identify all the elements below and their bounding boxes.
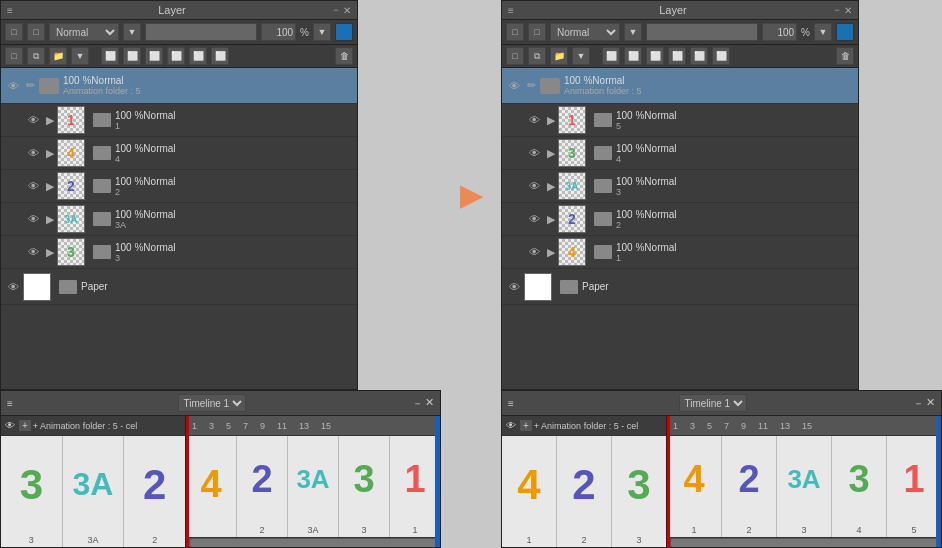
tool2-btn[interactable]: ⬜ — [123, 47, 141, 65]
right-layer-item-2[interactable]: 👁 ▶ 2 100 %Normal 2 — [502, 203, 858, 236]
lock-all-btn[interactable]: □ — [5, 23, 23, 41]
left-layer-item-2[interactable]: 👁 ▶ 2 100 %Normal 2 — [1, 170, 357, 203]
r-blend-mode-select[interactable]: Normal — [550, 23, 620, 41]
left-layer-item-3a[interactable]: 👁 ▶ 3A 100 %Normal 3A — [1, 203, 357, 236]
right-tl-plus[interactable]: + — [520, 420, 532, 431]
right-tl-close[interactable]: ✕ — [926, 396, 935, 411]
chevron-2[interactable]: ▶ — [43, 180, 57, 193]
right-panel-window-controls[interactable]: － ✕ — [832, 3, 852, 17]
view-btn[interactable]: □ — [27, 23, 45, 41]
left-paper-row[interactable]: 👁 Paper — [1, 269, 357, 305]
r-chevron-4y[interactable]: ▶ — [544, 246, 558, 259]
left-tl-eye[interactable]: 👁 — [5, 420, 15, 431]
left-scrollbar[interactable] — [186, 537, 440, 547]
eye-icon-3a[interactable]: 👁 — [25, 211, 41, 227]
r-chevron-3a[interactable]: ▶ — [544, 180, 558, 193]
right-tl-eye[interactable]: 👁 — [506, 420, 516, 431]
chevron-3[interactable]: ▶ — [43, 246, 57, 259]
close-icon[interactable]: ✕ — [343, 5, 351, 16]
right-tl-controls[interactable]: － ✕ — [913, 396, 935, 411]
eye-icon-1[interactable]: 👁 — [25, 112, 41, 128]
pencil-icon[interactable]: ✏ — [23, 79, 37, 93]
left-tl-min[interactable]: － — [412, 396, 423, 411]
chevron-1[interactable]: ▶ — [43, 114, 57, 127]
r-tool6-btn[interactable]: ⬜ — [712, 47, 730, 65]
r-tool1-btn[interactable]: ⬜ — [602, 47, 620, 65]
r-eye-4y[interactable]: 👁 — [526, 244, 542, 260]
r-tool4-btn[interactable]: ⬜ — [668, 47, 686, 65]
r-tool2-btn[interactable]: ⬜ — [624, 47, 642, 65]
r-eye-icon-folder[interactable]: 👁 — [506, 78, 522, 94]
mode-arrow[interactable]: ▼ — [123, 23, 141, 41]
r-tool3-btn[interactable]: ⬜ — [646, 47, 664, 65]
left-layer-item-1[interactable]: 👁 ▶ 1 100 %Normal 1 — [1, 104, 357, 137]
right-layer-item-3g[interactable]: 👁 ▶ 3 100 %Normal 4 — [502, 137, 858, 170]
left-blue-bar — [435, 416, 440, 547]
chevron-3a[interactable]: ▶ — [43, 213, 57, 226]
r-lock-all-btn[interactable]: □ — [506, 23, 524, 41]
tool5-btn[interactable]: ⬜ — [189, 47, 207, 65]
right-timeline-select[interactable]: Timeline 1 — [679, 394, 747, 412]
right-layer-item-3a[interactable]: 👁 ▶ 3A 100 %Normal 3 — [502, 170, 858, 203]
right-scrollbar[interactable] — [667, 537, 941, 547]
r-color-swatch[interactable] — [836, 23, 854, 41]
copy-btn[interactable]: ⧉ — [27, 47, 45, 65]
blend-mode-select[interactable]: Normal — [49, 23, 119, 41]
left-scroll-thumb[interactable] — [190, 539, 436, 547]
left-tl-close[interactable]: ✕ — [425, 396, 434, 411]
color-swatch[interactable] — [335, 23, 353, 41]
r-chevron-1[interactable]: ▶ — [544, 114, 558, 127]
r-chevron-3g[interactable]: ▶ — [544, 147, 558, 160]
right-layer-item-4y[interactable]: 👁 ▶ 4 100 %Normal 1 — [502, 236, 858, 269]
chevron-4[interactable]: ▶ — [43, 147, 57, 160]
eye-icon-paper[interactable]: 👁 — [5, 279, 21, 295]
right-paper-row[interactable]: 👁 Paper — [502, 269, 858, 305]
paper-thumb — [23, 273, 51, 301]
delete-btn[interactable]: 🗑 — [335, 47, 353, 65]
tool3-btn[interactable]: ⬜ — [145, 47, 163, 65]
r-eye-2[interactable]: 👁 — [526, 211, 542, 227]
minimize-icon[interactable]: － — [331, 3, 341, 17]
tool4-btn[interactable]: ⬜ — [167, 47, 185, 65]
right-folder-row[interactable]: 👁 ✏ 100 %Normal Animation folder : 5 — [502, 68, 858, 104]
folder-btn[interactable]: 📁 — [49, 47, 67, 65]
left-layer-item-4[interactable]: 👁 ▶ 4 100 %Normal 4 — [1, 137, 357, 170]
r-tool5-btn[interactable]: ⬜ — [690, 47, 708, 65]
r-new-layer-btn[interactable]: □ — [506, 47, 524, 65]
right-tl-min[interactable]: － — [913, 396, 924, 411]
left-folder-row[interactable]: 👁 ✏ 100 %Normal Animation folder : 5 — [1, 68, 357, 104]
new-layer-btn[interactable]: □ — [5, 47, 23, 65]
r-merge-btn[interactable]: ▼ — [572, 47, 590, 65]
r-delete-btn[interactable]: 🗑 — [836, 47, 854, 65]
tool1-btn[interactable]: ⬜ — [101, 47, 119, 65]
r-copy-btn[interactable]: ⧉ — [528, 47, 546, 65]
left-panel-window-controls[interactable]: － ✕ — [331, 3, 351, 17]
eye-icon-3[interactable]: 👁 — [25, 244, 41, 260]
close-icon-r[interactable]: ✕ — [844, 5, 852, 16]
right-scroll-thumb[interactable] — [671, 539, 937, 547]
right-layer-item-5[interactable]: 👁 ▶ 1 100 %Normal 5 — [502, 104, 858, 137]
merge-btn[interactable]: ▼ — [71, 47, 89, 65]
r-eye-3a[interactable]: 👁 — [526, 178, 542, 194]
r-chevron-2[interactable]: ▶ — [544, 213, 558, 226]
r-pencil-icon[interactable]: ✏ — [524, 79, 538, 93]
r-eye-1[interactable]: 👁 — [526, 112, 542, 128]
left-layer-item-3[interactable]: 👁 ▶ 3 100 %Normal 3 — [1, 236, 357, 269]
r-mode-arrow[interactable]: ▼ — [624, 23, 642, 41]
left-tl-plus[interactable]: + — [19, 420, 31, 431]
r-eye-3g[interactable]: 👁 — [526, 145, 542, 161]
left-tl-controls[interactable]: － ✕ — [412, 396, 434, 411]
left-timeline-select[interactable]: Timeline 1 — [178, 394, 246, 412]
eye-icon[interactable]: 👁 — [5, 78, 21, 94]
eye-icon-4[interactable]: 👁 — [25, 145, 41, 161]
opacity-arrow[interactable]: ▼ — [313, 23, 331, 41]
r-opacity-input[interactable] — [762, 23, 797, 41]
r-opacity-arrow[interactable]: ▼ — [814, 23, 832, 41]
r-view-btn[interactable]: □ — [528, 23, 546, 41]
tool6-btn[interactable]: ⬜ — [211, 47, 229, 65]
minimize-icon-r[interactable]: － — [832, 3, 842, 17]
opacity-input[interactable]: 100 — [261, 23, 296, 41]
r-eye-paper[interactable]: 👁 — [506, 279, 522, 295]
eye-icon-2[interactable]: 👁 — [25, 178, 41, 194]
r-folder-btn[interactable]: 📁 — [550, 47, 568, 65]
